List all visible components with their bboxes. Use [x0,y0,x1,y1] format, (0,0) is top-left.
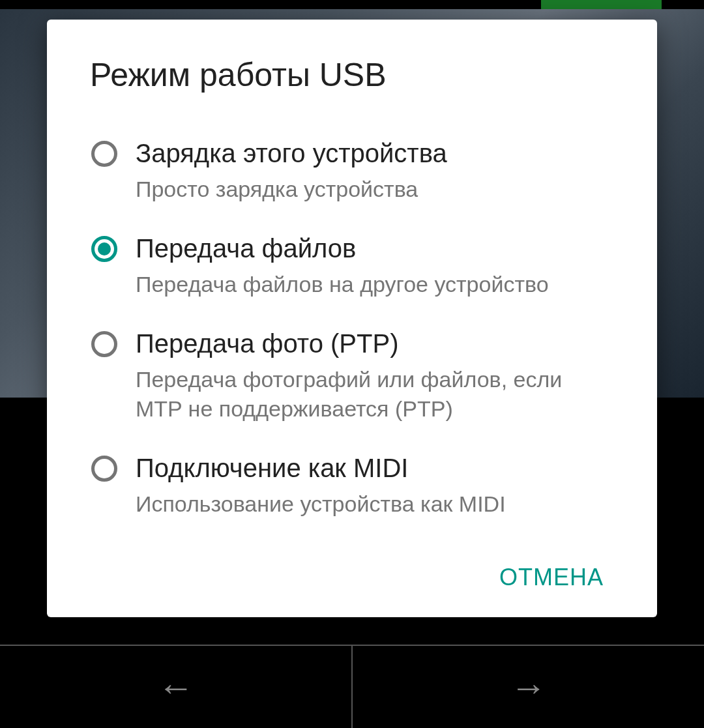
option-label: Зарядка этого устройства [136,137,613,169]
option-ptp[interactable]: Передача фото (PTP) Передача фотографий … [86,313,618,437]
option-desc: Передача фотографий или файлов, если MTP… [136,365,613,422]
option-midi[interactable]: Подключение как MIDI Использование устро… [86,437,618,532]
option-charge[interactable]: Зарядка этого устройства Просто зарядка … [86,123,618,218]
option-text-block: Подключение как MIDI Использование устро… [136,452,613,518]
arrow-left-icon: ← [158,666,194,708]
nav-forward-button[interactable]: → [353,646,704,728]
cancel-button[interactable]: ОТМЕНА [489,556,614,599]
option-text-block: Зарядка этого устройства Просто зарядка … [136,137,613,203]
dialog-actions: ОТМЕНА [86,556,618,599]
option-label: Передача фото (PTP) [136,327,613,360]
radio-icon [91,141,117,167]
radio-icon [91,236,117,262]
option-label: Передача файлов [136,232,613,265]
radio-icon [91,331,117,357]
option-desc: Передача файлов на другое устройство [136,270,613,298]
radio-icon [91,456,117,482]
option-text-block: Передача файлов Передача файлов на друго… [136,232,613,298]
nav-back-button[interactable]: ← [0,646,353,728]
bottom-nav: ← → [0,645,704,728]
option-desc: Просто зарядка устройства [136,175,613,203]
arrow-right-icon: → [510,666,547,708]
top-accent-bar [541,0,662,9]
option-file-transfer[interactable]: Передача файлов Передача файлов на друго… [86,218,618,313]
option-text-block: Передача фото (PTP) Передача фотографий … [136,327,613,422]
dialog-title: Режим работы USB [86,56,618,94]
usb-mode-dialog: Режим работы USB Зарядка этого устройств… [47,20,657,617]
option-list: Зарядка этого устройства Просто зарядка … [86,123,618,532]
option-label: Подключение как MIDI [136,452,613,484]
option-desc: Использование устройства как MIDI [136,489,613,518]
